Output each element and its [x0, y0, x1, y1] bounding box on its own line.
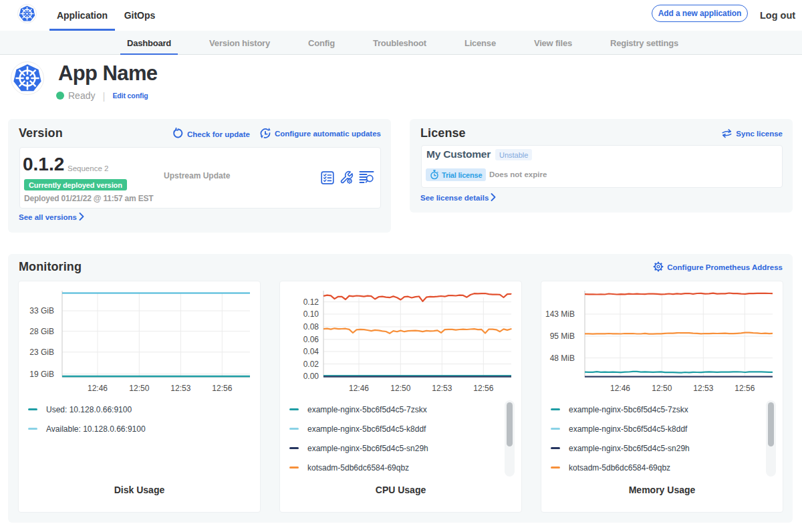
svg-text:28 GiB: 28 GiB [29, 327, 54, 336]
svg-text:0.02: 0.02 [303, 360, 319, 369]
svg-text:12:46: 12:46 [349, 384, 369, 393]
svg-text:0.12: 0.12 [303, 297, 319, 307]
svg-text:12:50: 12:50 [129, 384, 149, 393]
svg-text:12:46: 12:46 [610, 384, 630, 393]
svg-text:0.00: 0.00 [303, 372, 319, 381]
svg-text:33 GiB: 33 GiB [29, 306, 54, 315]
svg-text:0.04: 0.04 [303, 347, 319, 356]
svg-text:12:53: 12:53 [432, 384, 452, 393]
svg-text:12:50: 12:50 [390, 384, 410, 393]
svg-text:12:56: 12:56 [734, 384, 755, 393]
svg-text:12:56: 12:56 [212, 384, 232, 393]
svg-text:0.06: 0.06 [303, 335, 319, 344]
svg-text:12:46: 12:46 [88, 384, 108, 393]
svg-text:23 GiB: 23 GiB [29, 348, 54, 357]
svg-text:12:50: 12:50 [652, 384, 672, 393]
svg-text:0.10: 0.10 [303, 309, 319, 319]
svg-text:12:56: 12:56 [473, 384, 493, 393]
svg-text:12:53: 12:53 [170, 384, 190, 393]
svg-text:0.08: 0.08 [303, 322, 319, 331]
svg-text:19 GiB: 19 GiB [29, 370, 54, 379]
svg-text:95 MiB: 95 MiB [550, 331, 575, 341]
svg-text:12:53: 12:53 [693, 384, 713, 393]
svg-text:48 MiB: 48 MiB [550, 354, 575, 363]
svg-text:143 MiB: 143 MiB [545, 309, 575, 319]
